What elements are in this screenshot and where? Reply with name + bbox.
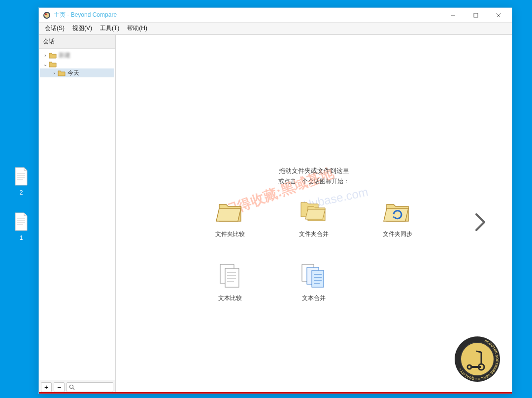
svg-line-35	[476, 351, 481, 352]
sidebar: 会话 › 新建 ⌄ › 今天 +	[39, 35, 116, 394]
folder-icon	[49, 52, 57, 59]
chevron-down-icon[interactable]: ⌄	[42, 62, 49, 67]
spacer	[378, 262, 417, 302]
folder-merge-icon	[299, 198, 329, 225]
session-folder-sync[interactable]: 文件夹同步	[378, 198, 417, 238]
text-file-icon	[13, 212, 29, 232]
svg-point-10	[45, 13, 47, 15]
close-button[interactable]	[487, 8, 510, 23]
text-compare-icon	[215, 262, 245, 289]
drop-subtitle: 或点击一个会话图标开始：	[116, 177, 512, 186]
session-label: 文件夹同步	[378, 230, 417, 238]
remove-session-button[interactable]: −	[54, 382, 65, 392]
svg-rect-25	[312, 270, 324, 287]
tree-item-new[interactable]: › 新建	[40, 51, 114, 60]
chevron-right-icon[interactable]: ›	[42, 53, 49, 58]
svg-line-16	[73, 388, 74, 390]
folder-sync-icon	[383, 198, 412, 225]
drop-title: 拖动文件夹或文件到这里	[116, 166, 512, 175]
tree-label: 新建	[59, 51, 70, 60]
chevron-right-icon[interactable]: ›	[51, 70, 58, 76]
tree-label: 今天	[67, 69, 79, 77]
minimize-button[interactable]	[442, 8, 465, 23]
svg-point-31	[461, 342, 494, 376]
svg-point-15	[70, 385, 73, 388]
menubar: 会话(S) 视图(V) 工具(T) 帮助(H)	[39, 23, 512, 34]
main-area[interactable]: 记得收藏:黑域基地 Hybase.com 拖动文件夹或文件到这里 或点击一个会话…	[116, 35, 512, 394]
session-label: 文本合并	[294, 294, 333, 302]
session-text-merge[interactable]: 文本合并	[294, 262, 333, 302]
session-folder-merge[interactable]: 文件夹合并	[294, 198, 333, 238]
session-label: 文件夹比较	[210, 230, 250, 238]
menu-view[interactable]: 视图(V)	[68, 23, 96, 34]
desktop-file-icon-1[interactable]: 1	[9, 212, 33, 241]
app-icon	[43, 11, 51, 19]
tree-item-root[interactable]: ⌄	[40, 60, 114, 68]
sidebar-footer: + −	[39, 380, 115, 394]
window-accent-line	[39, 392, 512, 394]
chevron-right-icon	[473, 211, 487, 233]
session-tree[interactable]: › 新建 ⌄ › 今天	[39, 49, 115, 380]
session-label: 文本比较	[210, 294, 250, 302]
session-text-compare[interactable]: 文本比较	[210, 262, 250, 302]
session-folder-compare[interactable]: 文件夹比较	[210, 198, 250, 238]
menu-help[interactable]: 帮助(H)	[123, 23, 151, 34]
drop-hint: 拖动文件夹或文件到这里 或点击一个会话图标开始：	[116, 166, 512, 188]
app-window: 主页 - Beyond Compare 会话(S) 视图(V) 工具(T) 帮助…	[38, 7, 512, 394]
search-input[interactable]	[66, 382, 113, 392]
menu-session[interactable]: 会话(S)	[41, 23, 68, 34]
window-title: 主页 - Beyond Compare	[54, 11, 117, 19]
folder-icon	[58, 69, 66, 76]
folder-open-icon	[49, 61, 57, 67]
svg-point-9	[44, 13, 49, 18]
text-merge-icon	[299, 262, 329, 289]
session-label: 文件夹合并	[294, 230, 333, 238]
svg-rect-12	[474, 13, 478, 17]
titlebar[interactable]: 主页 - Beyond Compare	[39, 8, 512, 23]
next-page-button[interactable]	[473, 211, 487, 235]
scooter-seal-logo: SCOOTER SOFTWARE SEAL OF QUALITY •	[453, 334, 502, 384]
search-icon	[69, 384, 75, 390]
menu-tools[interactable]: 工具(T)	[96, 23, 123, 34]
folder-compare-icon	[215, 198, 245, 225]
svg-rect-18	[225, 268, 239, 287]
desktop-icon-label: 1	[9, 234, 33, 241]
text-file-icon	[13, 166, 29, 186]
desktop-icon-label: 2	[9, 189, 33, 196]
sidebar-header: 会话	[39, 35, 115, 49]
desktop-file-icon-2[interactable]: 2	[9, 166, 33, 196]
maximize-button[interactable]	[465, 8, 487, 23]
add-session-button[interactable]: +	[41, 382, 52, 392]
tree-item-today[interactable]: › 今天	[40, 68, 114, 77]
